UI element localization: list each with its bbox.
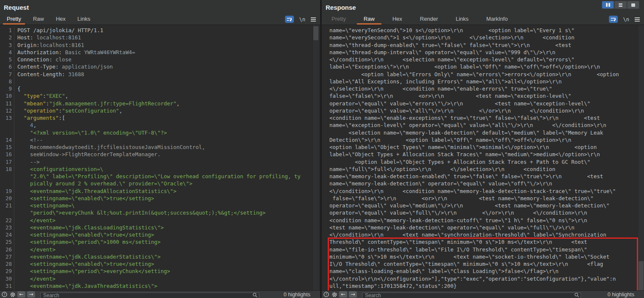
code-line: 29 <settingname=\"period\">everyChunk</s…: [0, 268, 320, 275]
highlights-count: 0 highlights: [608, 292, 634, 298]
help-icon[interactable]: ?: [1, 291, 8, 298]
response-code: name=\"everyTenSecond\">10 s<\/option>\r…: [322, 25, 644, 290]
code-line: 12 "operation":"setConfiguration",: [0, 107, 320, 114]
tab-response-hex[interactable]: Hex: [384, 14, 411, 25]
code-line: Detection\">\r\n <option label=\"Off\" n…: [322, 136, 644, 143]
request-panel: Request Pretty Raw Hex Links \n 1POST /a…: [0, 0, 320, 298]
code-line: 31 <eventname=\"jdk.JavaThreadStatistics…: [0, 282, 320, 290]
columns-view-button[interactable]: [602, 1, 614, 8]
line-number: 6: [0, 63, 14, 70]
line-number: 20: [0, 195, 14, 202]
tab-response-pretty[interactable]: Pretty: [323, 14, 355, 25]
tab-request-raw[interactable]: Raw: [27, 14, 50, 25]
code-line: 10 "type":"EXEC",: [0, 92, 320, 99]
code-line: 14 <!--: [0, 136, 320, 143]
tab-response-render[interactable]: Render: [411, 14, 447, 25]
response-panel: Response Pretty Raw Hex Render Links Mar…: [321, 0, 644, 298]
rows-view-button[interactable]: [615, 1, 626, 8]
tab-request-hex[interactable]: Hex: [50, 14, 71, 25]
line-number: 9: [0, 85, 14, 92]
tab-response-raw[interactable]: Raw: [355, 14, 384, 25]
code-line: 13 "arguments":[: [0, 114, 320, 121]
single-view-button[interactable]: [628, 1, 639, 8]
code-line: <condition name=\"memory-leak-detection-…: [322, 217, 644, 224]
code-line: false=\"false\">\r\n <or>\r\n <test name…: [322, 195, 644, 202]
code-line: 6Content-Type: application/json: [0, 63, 320, 70]
tab-request-links[interactable]: Links: [71, 14, 96, 25]
line-number: 11: [0, 100, 14, 107]
tab-response-links[interactable]: Links: [447, 14, 477, 25]
code-line: name=\"memory-leak-detection-enabled\" t…: [322, 173, 644, 180]
word-wrap-toggle-button[interactable]: [285, 16, 294, 23]
code-line: operator=\"equal\" value=\"full\"\/>\r\n…: [322, 209, 644, 216]
code-line: 18 <configurationversion=\: [0, 166, 320, 173]
code-line: 2Host: localhost:8161: [0, 34, 320, 41]
code-line: 1POST /api/jolokia/ HTTP/1.1: [0, 27, 320, 34]
search-next-button[interactable]: →: [27, 291, 35, 298]
search-prev-button[interactable]: ←: [339, 291, 347, 298]
help-icon[interactable]: ?: [323, 291, 329, 298]
newline-chars-toggle[interactable]: \n: [299, 17, 305, 22]
code-line: 25 <settingname=\"period\">1000 ms</sett…: [0, 238, 320, 246]
line-number: 19: [0, 188, 14, 195]
code-line: 7Content-Length: 31688: [0, 71, 320, 78]
line-number: 24: [0, 231, 14, 238]
request-panel-title: Request: [4, 4, 29, 11]
line-number: 7: [0, 71, 14, 78]
response-panel-title: Response: [326, 4, 356, 11]
line-number: [0, 121, 14, 129]
code-line: name=\"exception-level\" operator=\"equa…: [322, 121, 644, 129]
code-line: operator=\"equal\" value=\"medium\"\/>\r…: [322, 202, 644, 209]
word-wrap-toggle-button[interactable]: [609, 16, 618, 23]
search-input[interactable]: [362, 292, 581, 298]
code-line: label=\"Exceptions\">\r\n <option label=…: [322, 63, 644, 70]
search-input[interactable]: [40, 292, 259, 298]
word-wrap-icon: [286, 17, 293, 22]
code-line: 15 Recommendedwaytoedit.jfcfilesistouseJ…: [0, 143, 320, 151]
request-panel-header: Request Pretty Raw Hex Links \n: [0, 0, 320, 25]
code-line: <option label=\"Errors Only\" name=\"err…: [322, 71, 644, 78]
line-number: 14: [0, 136, 14, 143]
line-number: 4: [0, 49, 14, 56]
code-line: name=\"everySecond\">1 s<\/option>\r\n <…: [322, 34, 644, 41]
code-line: name=\"everyTenSecond\">10 s<\/option>\r…: [322, 27, 644, 34]
highlights-count: 0 highlights: [284, 292, 310, 298]
layout-switcher: [602, 1, 639, 9]
tab-request-pretty[interactable]: Pretty: [1, 14, 27, 25]
code-line: 28 <settingname=\"enabled\">true</settin…: [0, 260, 320, 268]
line-number: 16: [0, 151, 14, 158]
editor-menu-icon[interactable]: [635, 17, 640, 22]
code-line: <condition name=\"enable-exceptions\" tr…: [322, 114, 644, 121]
line-number: 23: [0, 224, 14, 231]
code-line: "2.0\" label=\"Profiling\" description=\…: [0, 173, 320, 180]
code-line: 17 -->: [0, 158, 320, 166]
code-line: 26 </event>: [0, 246, 320, 253]
search-settings-gear-icon[interactable]: [9, 291, 16, 298]
request-scrollbar[interactable]: [312, 25, 319, 290]
tab-response-markinfo[interactable]: MarkInfo: [477, 14, 517, 25]
code-line: 30 </event>: [0, 275, 320, 282]
search-prev-button[interactable]: ←: [17, 291, 25, 298]
editor-menu-icon[interactable]: [311, 17, 316, 22]
response-scrollbar[interactable]: [638, 25, 644, 290]
line-number: 29: [0, 268, 14, 275]
search-icon[interactable]: [252, 292, 258, 298]
code-line: <\/condition>\r\n <condition name=\"memo…: [322, 188, 644, 195]
line-number: 10: [0, 92, 14, 99]
code-line: 16 seeWindow->FlightRecorderTemplateMana…: [0, 151, 320, 158]
search-settings-gear-icon[interactable]: [331, 291, 337, 298]
newline-chars-toggle[interactable]: \n: [623, 17, 629, 22]
code-line: "<?xml version=\"1.0\" encoding=\"UTF-8\…: [0, 129, 320, 136]
code-line: name=\"thread-dump-interval\" operator=\…: [322, 49, 644, 56]
code-line: <\/condition>\r\n <text name=\"synchroni…: [322, 231, 644, 238]
search-next-button[interactable]: →: [349, 291, 357, 298]
code-line: 9{: [0, 85, 320, 92]
code-line: ull,"timestamp":1701358472,"status":200}: [322, 282, 644, 290]
code-line: 4Authorization: Basic YWRtaW46YWRtaW4=: [0, 49, 320, 56]
line-number: 21: [0, 202, 14, 209]
search-icon[interactable]: [574, 292, 579, 298]
request-scrollbar-thumb[interactable]: [313, 26, 318, 40]
response-scrollbar-thumb[interactable]: [639, 261, 644, 292]
code-line: operator=\"equal\" value=\"all\"\/>\r\n …: [322, 107, 644, 114]
code-line: 22 </event>: [0, 217, 320, 224]
